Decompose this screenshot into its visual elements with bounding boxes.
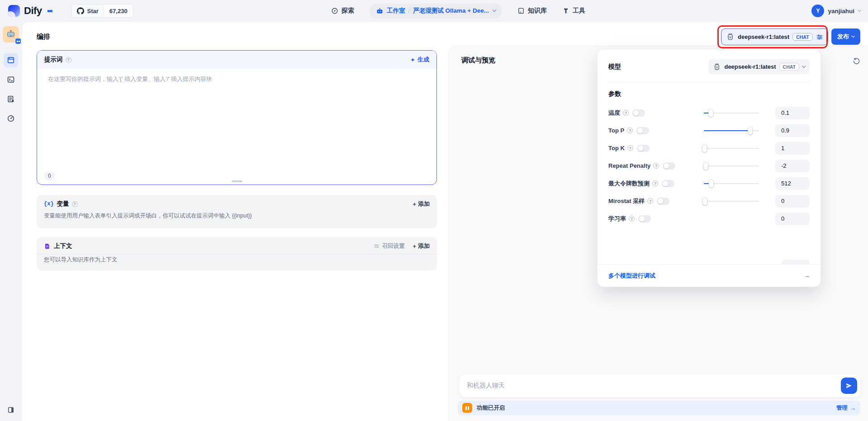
app-icon[interactable] bbox=[3, 26, 19, 43]
terminal-icon bbox=[7, 76, 15, 84]
manage-label: 管理 bbox=[836, 404, 848, 412]
param-value[interactable]: 0.9 bbox=[775, 124, 810, 137]
reset-conversation-button[interactable] bbox=[852, 57, 861, 67]
help-icon[interactable]: ? bbox=[627, 145, 633, 151]
plus-icon: + bbox=[413, 201, 416, 208]
tools-icon bbox=[562, 7, 569, 14]
tune-sliders-icon[interactable] bbox=[816, 33, 823, 41]
variable-braces-icon: {x} bbox=[44, 201, 54, 207]
param-value[interactable]: 1 bbox=[775, 142, 810, 155]
panel-divider bbox=[608, 82, 810, 83]
recall-settings-label: 召回设置 bbox=[382, 242, 404, 250]
param-row-max-tokens: 最大令牌数预测 ? 512 bbox=[608, 175, 810, 192]
sidebar-item-logs[interactable] bbox=[4, 92, 18, 106]
param-slider[interactable] bbox=[704, 194, 759, 208]
add-variable-button[interactable]: + 添加 bbox=[413, 200, 430, 208]
nav-explore[interactable]: 探索 bbox=[331, 7, 354, 15]
chevron-down-icon[interactable] bbox=[493, 8, 496, 12]
user-menu[interactable]: Y yanjiahui bbox=[811, 0, 861, 22]
param-toggle[interactable] bbox=[662, 180, 674, 187]
param-rows: 温度 ? 0.1 Top P ? 0.9 Top K ? 1 Repeat Pe… bbox=[608, 104, 810, 227]
gauge-icon bbox=[7, 114, 15, 123]
panel-model-name: deepseek-r1:latest bbox=[724, 63, 776, 70]
chat-input[interactable]: 和机器人聊天 bbox=[460, 374, 860, 397]
multi-model-debug-link[interactable]: 多个模型进行调试 bbox=[608, 272, 655, 280]
help-icon[interactable]: ? bbox=[66, 57, 71, 63]
logs-icon bbox=[7, 95, 15, 103]
user-name: yanjiahui bbox=[828, 8, 854, 14]
help-icon[interactable]: ? bbox=[629, 216, 635, 222]
nav-knowledge[interactable]: 知识库 bbox=[517, 7, 547, 15]
star-label: Star bbox=[87, 8, 99, 14]
param-row-repeat-penalty: Repeat Penalty ? -2 bbox=[608, 157, 810, 175]
breadcrumb-separator: / bbox=[408, 8, 410, 14]
param-slider[interactable] bbox=[704, 159, 759, 173]
publish-button[interactable]: 发布 bbox=[831, 28, 860, 45]
github-star-widget[interactable]: Star 67,230 bbox=[71, 4, 133, 18]
param-slider[interactable] bbox=[704, 177, 759, 190]
help-icon[interactable]: ? bbox=[623, 110, 629, 116]
send-icon bbox=[845, 382, 853, 390]
sidebar-item-monitoring[interactable] bbox=[4, 111, 18, 126]
param-slider[interactable] bbox=[704, 106, 759, 120]
resize-handle[interactable] bbox=[232, 180, 242, 182]
param-label: Top K bbox=[608, 145, 625, 151]
add-context-button[interactable]: + 添加 bbox=[413, 242, 430, 250]
page-title: 编排 bbox=[37, 33, 50, 41]
github-icon bbox=[77, 7, 84, 14]
nav-studio-label: 工作室 bbox=[387, 7, 405, 15]
features-text: 功能已开启 bbox=[477, 404, 505, 412]
robot-app-icon bbox=[6, 29, 16, 39]
param-row-top-p: Top P ? 0.9 bbox=[608, 122, 810, 139]
variables-header: {x} 变量 ? + 添加 bbox=[37, 195, 437, 208]
param-slider[interactable] bbox=[704, 142, 759, 155]
robot-icon bbox=[376, 7, 384, 15]
sparkle-icon: ✦ bbox=[410, 57, 415, 63]
param-value[interactable]: 0.1 bbox=[775, 107, 810, 119]
context-description: 您可以导入知识库作为上下文 bbox=[37, 256, 437, 264]
left-sidebar bbox=[0, 22, 22, 421]
book-icon bbox=[517, 7, 525, 14]
manage-features-button[interactable]: 管理 → bbox=[836, 404, 856, 412]
help-icon[interactable]: ? bbox=[72, 201, 78, 207]
sidebar-collapse-button[interactable] bbox=[7, 406, 15, 416]
param-label: 学习率 bbox=[608, 215, 626, 223]
collapse-panel-icon bbox=[7, 406, 15, 414]
param-slider[interactable] bbox=[704, 124, 759, 137]
help-icon[interactable]: ? bbox=[652, 180, 658, 186]
model-selector-trigger[interactable]: deepseek-r1:latest CHAT bbox=[721, 28, 828, 45]
arrow-right-icon: → bbox=[850, 405, 856, 412]
context-title: 上下文 bbox=[54, 242, 72, 250]
nav-studio-breadcrumb[interactable]: 工作室 / 严老湿测试 Ollama + Dee... bbox=[370, 4, 502, 19]
model-select[interactable]: deepseek-r1:latest CHAT bbox=[708, 59, 810, 74]
param-toggle[interactable] bbox=[657, 198, 669, 205]
param-value[interactable]: 512 bbox=[775, 177, 810, 190]
help-icon[interactable]: ? bbox=[627, 128, 633, 133]
arrow-right-icon[interactable]: → bbox=[804, 272, 810, 279]
param-row-learning-rate: 学习率 ? 0 bbox=[608, 210, 810, 227]
nav-tools[interactable]: 工具 bbox=[562, 7, 585, 15]
context-header-divider bbox=[37, 254, 437, 255]
param-value[interactable]: 0 bbox=[775, 213, 810, 225]
help-icon[interactable]: ? bbox=[653, 163, 659, 169]
model-type-badge: CHAT bbox=[792, 33, 812, 41]
sidebar-item-api[interactable] bbox=[4, 72, 18, 87]
param-row-top-k: Top K ? 1 bbox=[608, 139, 810, 157]
param-toggle[interactable] bbox=[638, 215, 651, 222]
send-button[interactable] bbox=[841, 378, 857, 394]
param-toggle[interactable] bbox=[636, 127, 649, 134]
param-toggle[interactable] bbox=[637, 145, 650, 152]
prompt-editor[interactable]: 在这里写你的提示词，输入'{' 插入变量、输入'/' 插入提示内容块 bbox=[37, 69, 436, 90]
param-toggle[interactable] bbox=[663, 162, 675, 170]
help-icon[interactable]: ? bbox=[647, 198, 653, 204]
generate-button[interactable]: ✦ 生成 bbox=[410, 56, 429, 64]
main-nav: 探索 工作室 / 严老湿测试 Ollama + Dee... 知识库 工具 bbox=[331, 0, 585, 22]
ollama-llama-icon bbox=[726, 33, 735, 41]
sidebar-item-orchestrate[interactable] bbox=[4, 53, 18, 67]
chat-placeholder: 和机器人聊天 bbox=[467, 382, 505, 390]
dify-logo[interactable]: Dify bbox=[8, 5, 52, 17]
recall-settings-button[interactable]: 召回设置 bbox=[374, 242, 404, 250]
param-toggle[interactable] bbox=[632, 109, 645, 117]
param-value[interactable]: 0 bbox=[775, 195, 810, 208]
param-value[interactable]: -2 bbox=[775, 160, 810, 172]
